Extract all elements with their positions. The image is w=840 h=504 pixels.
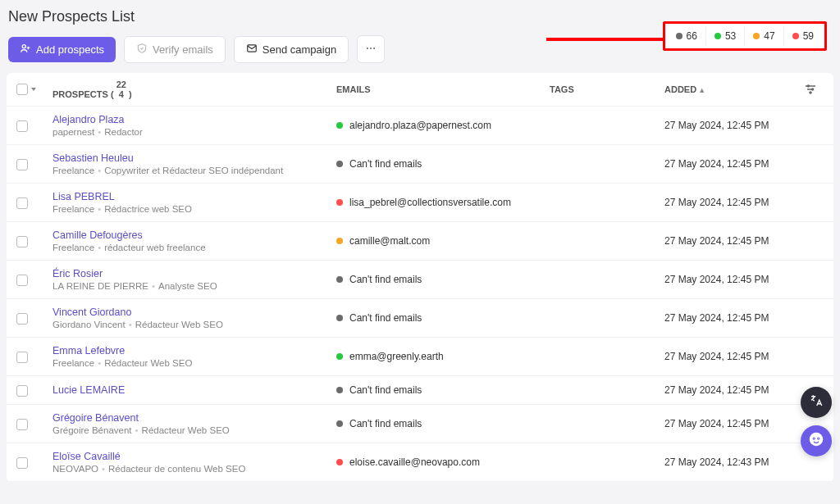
table-row: Emma Lefebvre Freelance•Rédacteur Web SE… — [7, 338, 833, 376]
prospect-name-link[interactable]: Emma Lefebvre — [52, 345, 336, 356]
status-gray-count: 66 — [687, 30, 697, 42]
bot-icon — [807, 430, 825, 452]
translate-fab[interactable] — [801, 387, 832, 418]
email-text: Can't find emails — [349, 274, 422, 285]
row-checkbox[interactable] — [16, 198, 28, 209]
table-row: Éric Rosier LA REINE DE PIERRE•Analyste … — [7, 261, 833, 299]
chevron-down-icon[interactable] — [31, 88, 36, 91]
email-status-dot-icon — [336, 315, 343, 321]
added-date: 27 May 2024, 12:45 PM — [664, 120, 804, 131]
row-checkbox[interactable] — [16, 275, 28, 286]
row-checkbox[interactable] — [16, 236, 28, 247]
svg-point-4 — [373, 48, 375, 49]
status-red[interactable]: 59 — [784, 26, 822, 46]
row-checkbox[interactable] — [16, 159, 28, 170]
email-cell: Can't find emails — [336, 312, 550, 324]
table-row: Vincent Giordano Giordano Vincent•Rédact… — [7, 299, 833, 338]
add-prospects-label: Add prospects — [36, 43, 104, 56]
prospect-subtitle: Freelance•rédacteur web freelance — [52, 243, 336, 252]
send-campaign-label: Send campaign — [262, 43, 336, 56]
email-text: alejandro.plaza@papernest.com — [349, 120, 491, 131]
row-checkbox[interactable] — [16, 120, 28, 132]
row-checkbox[interactable] — [16, 352, 28, 363]
email-cell: lisa_pebrel@collectionsversatile.com — [336, 197, 550, 208]
column-header-tags[interactable]: TAGS — [550, 84, 664, 94]
prospect-name-link[interactable]: Sebastien Heuleu — [52, 152, 336, 164]
email-cell: emma@greenly.earth — [336, 351, 550, 362]
email-cell: eloise.cavaille@neovapo.com — [336, 456, 550, 468]
prospect-name-link[interactable]: Grégoire Bénavent — [52, 412, 336, 424]
email-status-dot-icon — [336, 122, 343, 129]
added-date: 27 May 2024, 12:45 PM — [664, 158, 804, 170]
added-date: 27 May 2024, 12:45 PM — [664, 197, 804, 208]
email-cell: Can't find emails — [336, 418, 550, 429]
table-row: Lucie LEMAIRE Can't find emails 27 May 2… — [7, 376, 833, 405]
filter-button[interactable] — [804, 83, 824, 96]
status-gray[interactable]: 66 — [668, 26, 706, 46]
email-text: eloise.cavaille@neovapo.com — [349, 456, 480, 468]
added-date: 27 May 2024, 12:45 PM — [664, 351, 804, 362]
table-row: Sebastien Heuleu Freelance•Copywriter et… — [7, 145, 833, 184]
email-text: camille@malt.com — [349, 235, 430, 247]
added-date: 27 May 2024, 12:45 PM — [664, 235, 804, 247]
status-red-count: 59 — [803, 30, 814, 42]
prospect-subtitle: Freelance•Rédacteur Web SEO — [52, 358, 336, 368]
email-status-dot-icon — [336, 420, 343, 427]
svg-point-12 — [818, 438, 819, 438]
added-date: 27 May 2024, 12:45 PM — [664, 418, 804, 429]
prospect-name-link[interactable]: Lisa PEBREL — [52, 191, 336, 202]
verify-emails-button[interactable]: Verify emails — [124, 36, 226, 63]
dot-yellow-icon — [753, 33, 760, 39]
row-checkbox[interactable] — [16, 419, 28, 430]
prospect-subtitle: Grégoire Bénavent•Rédacteur Web SEO — [52, 425, 336, 435]
status-green[interactable]: 53 — [706, 26, 745, 46]
added-date: 27 May 2024, 12:45 PM — [664, 312, 804, 324]
prospect-name-link[interactable]: Lucie LEMAIRE — [52, 384, 336, 396]
select-all-checkbox[interactable] — [16, 84, 28, 95]
column-header-added[interactable]: ADDED▲ — [664, 84, 804, 94]
translate-icon — [809, 393, 824, 411]
prospect-subtitle: Giordano Vincent•Rédacteur Web SEO — [52, 320, 336, 329]
status-yellow[interactable]: 47 — [745, 26, 783, 46]
added-date: 27 May 2024, 12:45 PM — [664, 384, 804, 396]
prospect-subtitle: Freelance•Copywriter et Rédacteur SEO in… — [52, 166, 336, 175]
email-text: Can't find emails — [349, 158, 422, 170]
shield-check-icon — [136, 43, 148, 57]
svg-point-11 — [814, 438, 815, 438]
prospect-name-link[interactable]: Éric Rosier — [52, 268, 336, 279]
send-campaign-button[interactable]: Send campaign — [234, 36, 349, 63]
prospect-subtitle: LA REINE DE PIERRE•Analyste SEO — [52, 281, 336, 291]
prospect-name-link[interactable]: Vincent Giordano — [52, 306, 336, 318]
dot-green-icon — [714, 33, 721, 39]
prospect-name-link[interactable]: Camille Defougères — [52, 229, 336, 241]
chatbot-fab[interactable] — [801, 425, 832, 456]
svg-point-3 — [370, 48, 372, 49]
svg-point-6 — [812, 89, 814, 90]
prospect-subtitle: Freelance•Rédactrice web SEO — [52, 204, 336, 214]
add-prospects-button[interactable]: Add prospects — [8, 37, 116, 62]
column-header-emails[interactable]: EMAILS — [336, 84, 550, 94]
email-status-dot-icon — [336, 199, 343, 206]
column-header-prospects[interactable]: PROSPECTS ( 224 ) — [41, 79, 336, 99]
sort-arrow-icon: ▲ — [698, 86, 705, 94]
prospect-name-link[interactable]: Alejandro Plaza — [52, 114, 336, 125]
email-text: emma@greenly.earth — [349, 351, 444, 362]
row-checkbox[interactable] — [16, 457, 28, 469]
email-status-dot-icon — [336, 276, 343, 283]
email-cell: Can't find emails — [336, 384, 550, 396]
row-checkbox[interactable] — [16, 313, 28, 325]
status-yellow-count: 47 — [764, 30, 774, 42]
prospect-name-link[interactable]: Eloïse Cavaillé — [52, 451, 336, 462]
email-text: lisa_pebrel@collectionsversatile.com — [349, 197, 511, 208]
prospect-subtitle: NEOVAPO•Rédacteur de contenu Web SEO — [52, 464, 336, 474]
email-status-dot-icon — [336, 459, 343, 465]
status-summary: 66 53 47 59 — [663, 21, 827, 51]
svg-point-0 — [22, 44, 25, 48]
more-actions-button[interactable] — [357, 35, 385, 63]
dot-red-icon — [792, 33, 799, 39]
email-text: Can't find emails — [349, 312, 422, 324]
status-green-count: 53 — [725, 30, 736, 42]
email-cell: camille@malt.com — [336, 235, 550, 247]
verify-emails-label: Verify emails — [153, 43, 213, 56]
row-checkbox[interactable] — [16, 385, 28, 397]
